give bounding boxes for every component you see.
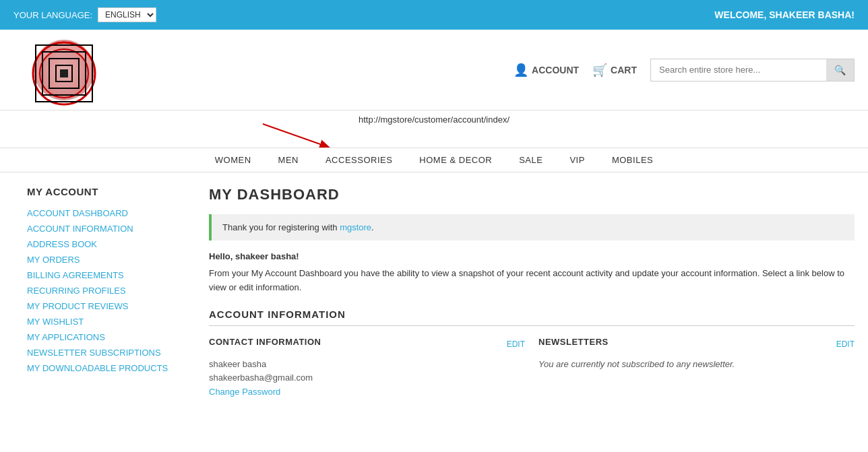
content-wrapper: MY ACCOUNT ACCOUNT DASHBOARD ACCOUNT INF… <box>0 172 868 413</box>
sidebar-item-newsletter-subscriptions[interactable]: NEWSLETTER SUBSCRIPTIONS <box>27 345 195 360</box>
logo-svg <box>30 40 98 107</box>
contact-name: shakeer basha <box>209 358 525 372</box>
welcome-message: WELCOME, SHAKEER BASHA! <box>714 9 855 20</box>
main-content: MY DASHBOARD Thank you for registering w… <box>209 186 855 399</box>
newsletters-edit-link[interactable]: EDIT <box>836 340 855 349</box>
hello-text: Hello, shakeer basha! <box>209 251 855 261</box>
newsletters-box: NEWSLETTERS EDIT You are currently not s… <box>538 337 855 399</box>
nav-mobiles[interactable]: MOBILES <box>612 155 653 165</box>
notice-prefix: Thank you for registering with <box>222 222 340 232</box>
header: 👤 ACCOUNT 🛒 CART 🔍 <box>0 30 868 110</box>
logo-wrapper <box>30 40 94 104</box>
search-input[interactable] <box>651 59 826 80</box>
notice-store-link[interactable]: mgstore <box>340 222 371 232</box>
cart-link[interactable]: 🛒 CART <box>592 63 637 77</box>
nav-sale[interactable]: SALE <box>519 155 542 165</box>
dashboard-title: MY DASHBOARD <box>209 186 855 203</box>
svg-line-9 <box>263 124 320 144</box>
search-bar: 🔍 <box>650 59 855 82</box>
sidebar-item-billing-agreements[interactable]: BILLING AGREEMENTS <box>27 267 195 283</box>
nav-home-decor[interactable]: HOME & DECOR <box>419 155 492 165</box>
header-actions: 👤 ACCOUNT 🛒 CART 🔍 <box>514 59 855 82</box>
contact-info-header: CONTACT INFORMATION EDIT <box>209 337 525 352</box>
search-button[interactable]: 🔍 <box>826 59 854 81</box>
cart-label: CART <box>611 65 637 75</box>
account-link[interactable]: 👤 ACCOUNT <box>514 63 579 77</box>
contact-email: shakeerbasha@gmail.com <box>209 371 525 385</box>
newsletters-status: You are currently not subscribed to any … <box>538 359 735 369</box>
sidebar-item-downloadable-products[interactable]: MY DOWNLOADABLE PRODUCTS <box>27 360 195 376</box>
sidebar-item-address-book[interactable]: ADDRESS BOOK <box>27 236 195 252</box>
newsletters-header: NEWSLETTERS EDIT <box>538 337 855 352</box>
sidebar-item-wishlist[interactable]: MY WISHLIST <box>27 314 195 329</box>
language-label: YOUR LANGUAGE: <box>13 10 92 20</box>
account-label: ACCOUNT <box>532 65 579 75</box>
sidebar-item-my-orders[interactable]: MY ORDERS <box>27 252 195 267</box>
newsletters-title: NEWSLETTERS <box>538 337 609 347</box>
account-icon: 👤 <box>514 63 528 77</box>
url-text: http://mgstore/customer/account/index/ <box>359 115 509 125</box>
contact-edit-link[interactable]: EDIT <box>507 340 525 349</box>
sidebar-item-recurring-profiles[interactable]: RECURRING PROFILES <box>27 283 195 298</box>
sidebar-item-product-reviews[interactable]: MY PRODUCT REVIEWS <box>27 298 195 314</box>
nav-women[interactable]: WOMEN <box>215 155 251 165</box>
sidebar-item-account-dashboard[interactable]: ACCOUNT DASHBOARD <box>27 205 195 221</box>
annotation-arrow <box>256 121 337 148</box>
main-nav: WOMEN MEN ACCESSORIES HOME & DECOR SALE … <box>0 148 868 172</box>
sidebar-item-account-information[interactable]: ACCOUNT INFORMATION <box>27 221 195 236</box>
nav-vip[interactable]: VIP <box>569 155 584 165</box>
sidebar-title: MY ACCOUNT <box>27 186 195 197</box>
notice-bar: Thank you for registering with mgstore. <box>209 214 855 240</box>
language-select[interactable]: ENGLISH <box>98 7 156 22</box>
newsletters-content: You are currently not subscribed to any … <box>538 358 855 372</box>
nav-men[interactable]: MEN <box>278 155 299 165</box>
contact-info-box: CONTACT INFORMATION EDIT shakeer basha s… <box>209 337 525 399</box>
info-grid: CONTACT INFORMATION EDIT shakeer basha s… <box>209 337 855 399</box>
sidebar-item-my-applications[interactable]: MY APPLICATIONS <box>27 329 195 345</box>
svg-point-7 <box>38 48 90 99</box>
notice-suffix: . <box>371 222 374 232</box>
url-annotation-area: http://mgstore/customer/account/index/ <box>0 110 868 148</box>
change-password-link[interactable]: Change Password <box>209 387 280 397</box>
contact-info-content: shakeer basha shakeerbasha@gmail.com Cha… <box>209 358 525 399</box>
account-information-section-title: ACCOUNT INFORMATION <box>209 309 855 326</box>
sidebar: MY ACCOUNT ACCOUNT DASHBOARD ACCOUNT INF… <box>27 186 209 399</box>
contact-info-title: CONTACT INFORMATION <box>209 337 321 347</box>
top-bar: YOUR LANGUAGE: ENGLISH WELCOME, SHAKEER … <box>0 0 868 30</box>
language-selector-area: YOUR LANGUAGE: ENGLISH <box>13 7 156 22</box>
cart-icon: 🛒 <box>592 63 607 77</box>
description-text: From your My Account Dashboard you have … <box>209 267 855 295</box>
logo-area[interactable] <box>27 36 101 104</box>
nav-accessories[interactable]: ACCESSORIES <box>326 155 392 165</box>
